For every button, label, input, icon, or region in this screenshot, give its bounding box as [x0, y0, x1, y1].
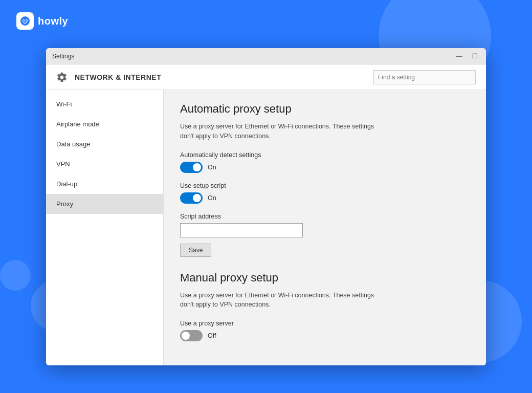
howly-icon [16, 12, 34, 30]
auto-proxy-description: Use a proxy server for Ethernet or Wi-Fi… [180, 122, 385, 141]
use-proxy-toggle[interactable] [180, 330, 203, 341]
use-proxy-toggle-track [180, 330, 203, 341]
auto-detect-label: Automatically detect settings [180, 151, 470, 159]
use-script-toggle[interactable] [180, 192, 203, 204]
script-address-label: Script address [180, 213, 470, 220]
svg-point-4 [26, 20, 27, 21]
sidebar: Wi-Fi Airplane mode Data usage VPN Dial-… [46, 90, 164, 365]
sidebar-item-proxy[interactable]: Proxy [46, 194, 163, 214]
use-proxy-toggle-thumb [182, 332, 190, 340]
use-script-label: Use setup script [180, 182, 470, 189]
sidebar-item-dial-up[interactable]: Dial-up [46, 174, 163, 194]
use-script-toggle-row: On [180, 192, 470, 204]
manual-proxy-title: Manual proxy setup [180, 271, 470, 285]
settings-body: Wi-Fi Airplane mode Data usage VPN Dial-… [46, 90, 486, 365]
bg-decoration-4 [0, 260, 31, 291]
sidebar-item-wifi[interactable]: Wi-Fi [46, 94, 163, 114]
auto-detect-state-label: On [208, 164, 216, 171]
minimize-button[interactable]: — [452, 51, 467, 61]
use-proxy-label: Use a proxy server [180, 320, 470, 327]
main-content: Automatic proxy setup Use a proxy server… [164, 90, 486, 365]
auto-detect-toggle[interactable] [180, 162, 203, 173]
script-address-input[interactable] [180, 223, 303, 237]
sidebar-item-data-usage[interactable]: Data usage [46, 134, 163, 154]
svg-point-3 [23, 20, 24, 21]
title-bar: Settings — ❐ [46, 48, 486, 64]
gear-icon [56, 72, 68, 83]
settings-window: Settings — ❐ NETWORK & INTERNET Wi-Fi Ai… [46, 48, 486, 365]
auto-detect-toggle-thumb [193, 163, 201, 171]
search-box[interactable] [373, 70, 476, 84]
use-proxy-toggle-row: Off [180, 330, 470, 341]
howly-logo: howly [16, 12, 68, 30]
howly-brand-text: howly [38, 15, 68, 27]
use-script-state-label: On [208, 194, 216, 202]
auto-detect-toggle-track [180, 162, 203, 173]
howly-icon-svg [20, 16, 30, 26]
page-header-title: NETWORK & INTERNET [75, 73, 366, 81]
window-controls: — ❐ [452, 51, 482, 61]
auto-proxy-title: Automatic proxy setup [180, 102, 470, 116]
save-button[interactable]: Save [180, 244, 211, 257]
auto-detect-toggle-row: On [180, 162, 470, 173]
sidebar-item-vpn[interactable]: VPN [46, 154, 163, 174]
use-script-toggle-track [180, 192, 203, 204]
svg-point-0 [20, 16, 30, 26]
search-input[interactable] [378, 74, 471, 81]
window-title: Settings [50, 53, 452, 60]
use-proxy-state-label: Off [208, 332, 216, 339]
manual-proxy-description: Use a proxy server for Ethernet or Wi-Fi… [180, 291, 385, 310]
use-script-toggle-thumb [193, 194, 201, 202]
maximize-button[interactable]: ❐ [468, 51, 482, 61]
header-bar: NETWORK & INTERNET [46, 64, 486, 90]
sidebar-item-airplane-mode[interactable]: Airplane mode [46, 114, 163, 134]
